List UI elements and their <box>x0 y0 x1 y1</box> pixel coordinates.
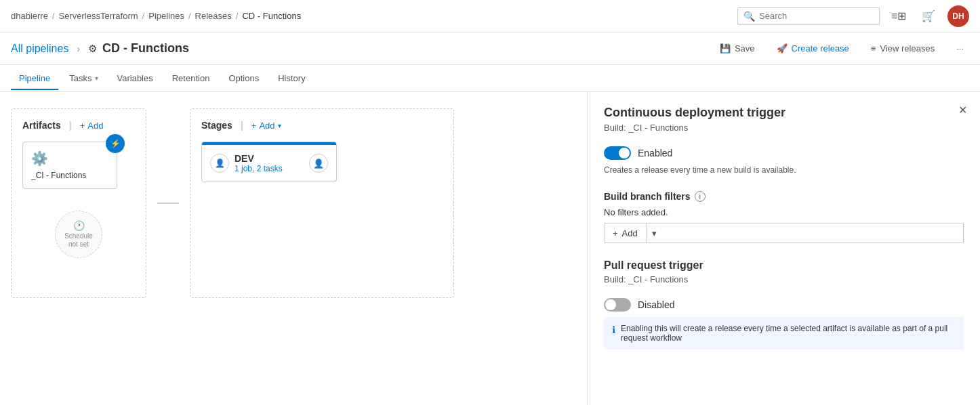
plus-icon-2: + <box>251 121 257 131</box>
no-filters-text: No filters added. <box>604 207 964 217</box>
panel-close-button[interactable]: ✕ <box>953 100 972 119</box>
stage-add-dropdown-icon: ▾ <box>278 122 281 129</box>
cd-trigger-toggle[interactable] <box>604 146 631 160</box>
person-icon: 👤 <box>215 158 225 168</box>
notifications-button[interactable]: 🛒 <box>918 5 939 27</box>
page-title: CD - Functions <box>102 41 189 56</box>
pull-request-section: Pull request trigger Build: _CI - Functi… <box>604 259 964 349</box>
breadcrumb-item-serverlessterraform[interactable]: ServerlessTerraform <box>59 11 138 21</box>
branch-filters-title: Build branch filters i <box>604 191 964 202</box>
stage-icon: 👤 <box>210 154 229 173</box>
stages-label: Stages <box>201 120 232 131</box>
stages-header: Stages | + Add ▾ <box>201 120 443 131</box>
search-icon: 🔍 <box>743 11 755 22</box>
connector-line <box>157 202 179 204</box>
artifact-trigger-badge[interactable]: ⚡ <box>106 134 125 153</box>
breadcrumb-sep-3: / <box>188 11 191 21</box>
create-release-button[interactable]: 🚀 Create release <box>771 41 855 56</box>
stage-name: DEV <box>234 153 304 164</box>
save-button[interactable]: 💾 Save <box>714 41 760 56</box>
stage-info: DEV 1 job, 2 tasks <box>234 153 304 173</box>
pull-request-subtitle: Build: _CI - Functions <box>604 274 964 284</box>
breadcrumb-item-dhabierre[interactable]: dhabierre <box>11 11 48 21</box>
artifacts-sep: | <box>69 120 72 131</box>
breadcrumb-sep-2: / <box>142 11 145 21</box>
add-filter-main[interactable]: + Add <box>605 225 646 242</box>
tab-tasks[interactable]: Tasks ▾ <box>61 68 106 90</box>
tab-pipeline[interactable]: Pipeline <box>11 68 58 90</box>
all-pipelines-link[interactable]: All pipelines <box>11 43 68 55</box>
artifacts-section: Artifacts | + Add ⚡ ⚙️ _CI - Functions <box>11 108 146 298</box>
panel-subtitle: Build: _CI - Functions <box>604 123 964 133</box>
schedule-card[interactable]: 🕐 Schedule not set <box>55 211 102 258</box>
breadcrumb-item-pipelines[interactable]: Pipelines <box>148 11 184 21</box>
side-panel: ✕ Continuous deployment trigger Build: _… <box>587 92 980 405</box>
nav-icons-area: 🔍 ≡⊞ 🛒 DH <box>737 5 969 27</box>
grid-icon-button[interactable]: ≡⊞ <box>888 5 910 27</box>
branch-filters-info-icon[interactable]: i <box>695 191 706 202</box>
artifact-name: _CI - Functions <box>31 171 108 180</box>
top-nav: dhabierre / ServerlessTerraform / Pipeli… <box>0 0 980 33</box>
pipeline-canvas: Artifacts | + Add ⚡ ⚙️ _CI - Functions <box>0 92 587 405</box>
search-input[interactable] <box>759 11 874 21</box>
tab-retention[interactable]: Retention <box>164 68 218 90</box>
tab-options[interactable]: Options <box>220 68 267 90</box>
add-artifact-label: Add <box>87 121 103 131</box>
main-content: Artifacts | + Add ⚡ ⚙️ _CI - Functions <box>0 92 980 405</box>
artifact-card[interactable]: ⚡ ⚙️ _CI - Functions <box>22 142 117 189</box>
breadcrumb-sep-4: / <box>236 11 239 21</box>
branch-filters-section: Build branch filters i No filters added.… <box>604 191 964 243</box>
cd-trigger-toggle-row: Enabled <box>604 146 964 160</box>
avatar[interactable]: DH <box>947 5 969 27</box>
tab-variables[interactable]: Variables <box>109 68 161 90</box>
stage-meta[interactable]: 1 job, 2 tasks <box>234 164 304 173</box>
artifacts-label: Artifacts <box>22 120 61 131</box>
tab-bar: Pipeline Tasks ▾ Variables Retention Opt… <box>0 65 980 92</box>
page-title-area: All pipelines › ⚙ CD - Functions <box>11 41 714 56</box>
tasks-dropdown-icon: ▾ <box>95 74 98 82</box>
rocket-icon: 🚀 <box>777 43 788 54</box>
view-releases-label: View releases <box>880 43 935 54</box>
create-release-label: Create release <box>792 43 849 54</box>
stage-approver-icon[interactable]: 👤 <box>309 154 328 173</box>
approver-person-icon: 👤 <box>313 158 324 169</box>
cd-trigger-toggle-label: Enabled <box>638 148 672 158</box>
grid-icon: ≡⊞ <box>891 9 906 22</box>
stages-sep: | <box>241 120 243 131</box>
search-box[interactable]: 🔍 <box>737 7 880 25</box>
add-filter-dropdown[interactable]: ▾ <box>647 225 662 242</box>
breadcrumb-item-current: CD - Functions <box>242 11 301 21</box>
list-icon: ≡ <box>871 43 876 54</box>
stage-card-dev[interactable]: 👤 DEV 1 job, 2 tasks 👤 <box>201 142 337 182</box>
artifact-stage-connector <box>157 202 179 204</box>
bell-icon: 🛒 <box>922 9 935 22</box>
view-releases-button[interactable]: ≡ View releases <box>865 41 940 56</box>
pull-request-toggle[interactable] <box>604 298 631 312</box>
clock-icon: 🕐 <box>73 220 85 231</box>
save-icon: 💾 <box>720 43 731 54</box>
pull-request-info-box: ℹ Enabling this will create a release ev… <box>604 317 964 349</box>
page-actions: 💾 Save 🚀 Create release ≡ View releases … <box>714 41 969 56</box>
plus-icon: + <box>80 121 85 131</box>
lightning-icon: ⚡ <box>110 139 121 148</box>
stage-card-body: 👤 DEV 1 job, 2 tasks 👤 <box>202 145 336 182</box>
pull-request-toggle-label: Disabled <box>638 299 674 310</box>
breadcrumb-sep-1: / <box>52 11 55 21</box>
pull-request-title: Pull request trigger <box>604 259 964 272</box>
chevron-down-icon: ▾ <box>652 228 657 238</box>
pipeline-sections: Artifacts | + Add ⚡ ⚙️ _CI - Functions <box>11 108 576 298</box>
add-filter-button[interactable]: + Add ▾ <box>604 223 964 243</box>
breadcrumb-item-releases[interactable]: Releases <box>195 11 232 21</box>
info-circle-icon: ℹ <box>612 324 615 335</box>
pull-request-info-text: Enabling this will create a release ever… <box>621 324 956 343</box>
toggle-knob <box>619 148 630 158</box>
tab-history[interactable]: History <box>270 68 313 90</box>
add-stage-button[interactable]: + Add ▾ <box>251 121 281 131</box>
add-artifact-button[interactable]: + Add <box>80 121 104 131</box>
add-filter-label: Add <box>622 228 638 238</box>
chevron-right-icon: › <box>77 43 80 54</box>
panel-title: Continuous deployment trigger <box>604 106 964 120</box>
pull-request-toggle-row: Disabled <box>604 298 964 312</box>
more-actions-button[interactable]: ··· <box>951 41 969 56</box>
artifact-icon: ⚙️ <box>31 150 108 167</box>
